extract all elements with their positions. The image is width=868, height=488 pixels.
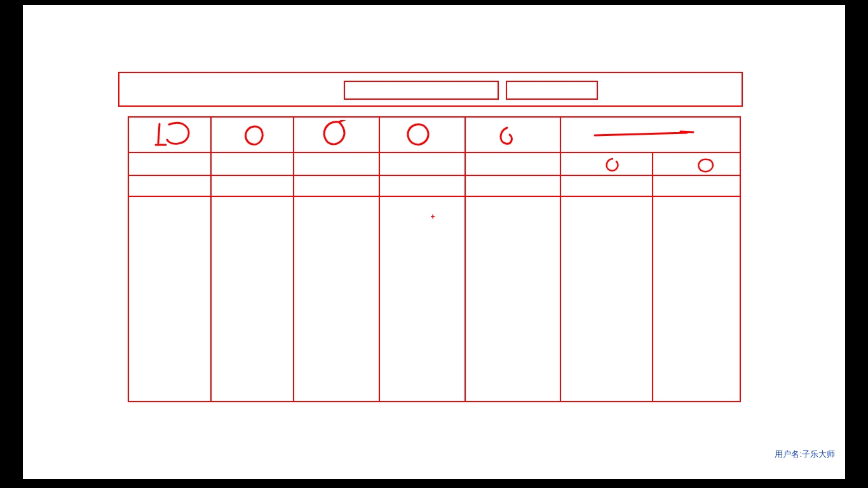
table-col-sep — [465, 116, 466, 402]
table-col-sep — [560, 116, 561, 402]
table-subcol-sep — [652, 152, 653, 402]
table-row-sep — [128, 196, 741, 197]
search-input-box — [344, 81, 499, 100]
username-label: 用户名: — [775, 449, 802, 459]
table-col-sep — [210, 116, 212, 402]
table-row-sep — [128, 175, 741, 176]
table-outline — [128, 116, 741, 402]
table-col-sep — [379, 116, 380, 402]
search-button-box — [506, 81, 598, 100]
username-value: 子乐大师 — [802, 449, 835, 459]
username-status: 用户名:子乐大师 — [775, 449, 835, 460]
table-col-sep — [293, 116, 294, 402]
crosshair-cursor-icon: + — [430, 214, 436, 220]
table-row-sep — [128, 152, 741, 153]
drawing-canvas[interactable]: + 用户名:子乐大师 — [23, 5, 845, 479]
